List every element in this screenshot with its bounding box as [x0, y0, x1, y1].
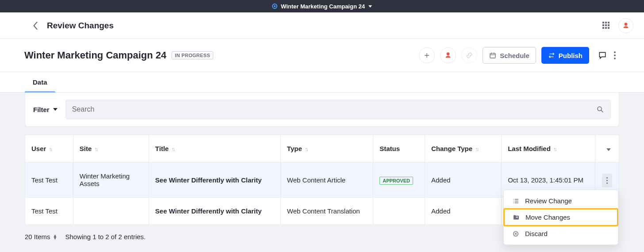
caret-down-icon [368, 5, 372, 8]
tab-data-label: Data [33, 78, 47, 86]
caret-double-icon: ▲▼ [53, 234, 58, 240]
sort-icon: ↑↓ [94, 146, 97, 152]
col-site[interactable]: Site↑↓ [73, 135, 149, 163]
radio-icon [272, 4, 277, 9]
cell-site [73, 198, 149, 225]
col-title[interactable]: Title↑↓ [149, 135, 280, 163]
publish-label: Publish [559, 52, 583, 59]
sort-icon: ↑↓ [305, 146, 307, 152]
context-header: Winter Marketing Campaign 24 IN PROGRESS… [0, 39, 644, 72]
link-button[interactable] [461, 47, 477, 63]
col-change-type[interactable]: Change Type↑↓ [425, 135, 502, 163]
publication-title: Winter Marketing Campaign 24 [281, 3, 365, 10]
move-folder-icon [512, 214, 520, 221]
menu-move-changes[interactable]: Move Changes [504, 209, 617, 225]
col-status[interactable]: Status [373, 135, 425, 163]
cell-type: Web Content Article [280, 163, 373, 198]
publish-button[interactable]: Publish [541, 47, 589, 64]
col-actions[interactable] [595, 135, 619, 163]
cell-status [373, 198, 425, 225]
add-button[interactable] [419, 47, 435, 63]
cell-change-type: Added [425, 163, 502, 198]
plus-icon [423, 52, 430, 59]
sort-icon: ↑↓ [49, 146, 51, 152]
times-circle-icon [512, 230, 520, 237]
menu-discard[interactable]: Discard [504, 225, 618, 242]
back-button[interactable] [33, 22, 38, 30]
menu-move-label: Move Changes [525, 213, 570, 221]
link-icon [466, 52, 473, 59]
user-avatar-button[interactable] [618, 18, 633, 33]
publication-switcher[interactable]: Winter Marketing Campaign 24 [272, 3, 372, 10]
user-icon [445, 52, 452, 59]
user-icon [622, 22, 629, 29]
status-badge: APPROVED [380, 177, 413, 185]
svg-rect-0 [490, 53, 495, 58]
menu-review-change[interactable]: Review Change [504, 193, 618, 209]
svg-point-1 [598, 107, 602, 111]
context-kebab-menu[interactable] [612, 50, 617, 61]
tab-data[interactable]: Data [32, 72, 48, 92]
cell-type: Web Content Translation [280, 198, 373, 225]
cell-change-type: Added [425, 198, 502, 225]
schedule-button[interactable]: Schedule [483, 47, 536, 64]
page-size-selector[interactable]: 20 Items ▲▼ [25, 233, 57, 240]
status-badge: IN PROGRESS [172, 51, 213, 59]
cell-user: Test Test [25, 163, 73, 198]
cell-title: See Winter Differently with Clarity [149, 163, 280, 198]
product-menu-bar: Winter Marketing Campaign 24 [0, 0, 644, 12]
schedule-label: Schedule [500, 52, 529, 59]
apps-menu-button[interactable] [602, 22, 610, 30]
sort-icon: ↑↓ [475, 146, 478, 152]
breadcrumb: Review Changes [0, 12, 644, 39]
showing-entries: Showing 1 to 2 of 2 entries. [65, 233, 146, 240]
sort-icon: ↑↓ [171, 146, 174, 152]
cell-title: See Winter Differently with Clarity [149, 198, 280, 225]
search-icon [596, 105, 604, 113]
tabs: Data [0, 72, 644, 93]
invite-user-button[interactable] [440, 47, 456, 63]
col-last-modified[interactable]: Last Modified↑↓ [502, 135, 595, 163]
col-type[interactable]: Type↑↓ [280, 135, 373, 163]
items-count-label: 20 Items [25, 233, 50, 240]
menu-review-label: Review Change [525, 197, 572, 205]
angle-left-icon [33, 22, 38, 30]
cell-site: Winter Marketing Assets [73, 163, 149, 198]
list-icon [512, 198, 520, 205]
filter-panel: Filter [25, 93, 619, 127]
comments-button[interactable] [598, 51, 607, 60]
menu-discard-label: Discard [525, 230, 548, 237]
calendar-icon [489, 52, 496, 59]
filter-dropdown[interactable]: Filter [33, 106, 58, 113]
cell-user: Test Test [25, 198, 73, 225]
page-title: Review Changes [47, 21, 114, 31]
change-list-icon [548, 52, 555, 59]
search-field-wrap [65, 100, 611, 119]
col-user[interactable]: User↑↓ [25, 135, 73, 163]
row-actions-button[interactable] [602, 174, 612, 187]
caret-down-icon [606, 148, 611, 151]
row-actions-menu: Review Change Move Changes Discard [503, 190, 618, 245]
table-header-row: User↑↓ Site↑↓ Title↑↓ Type↑↓ Status Chan… [25, 135, 619, 163]
caret-down-icon [53, 108, 58, 111]
search-icon-button[interactable] [596, 105, 604, 113]
publication-name: Winter Marketing Campaign 24 [24, 50, 166, 61]
sort-icon: ↑↓ [553, 146, 556, 152]
filter-label: Filter [33, 106, 50, 113]
search-input[interactable] [72, 105, 596, 113]
comments-icon [598, 51, 607, 60]
cell-status: APPROVED [373, 163, 425, 198]
